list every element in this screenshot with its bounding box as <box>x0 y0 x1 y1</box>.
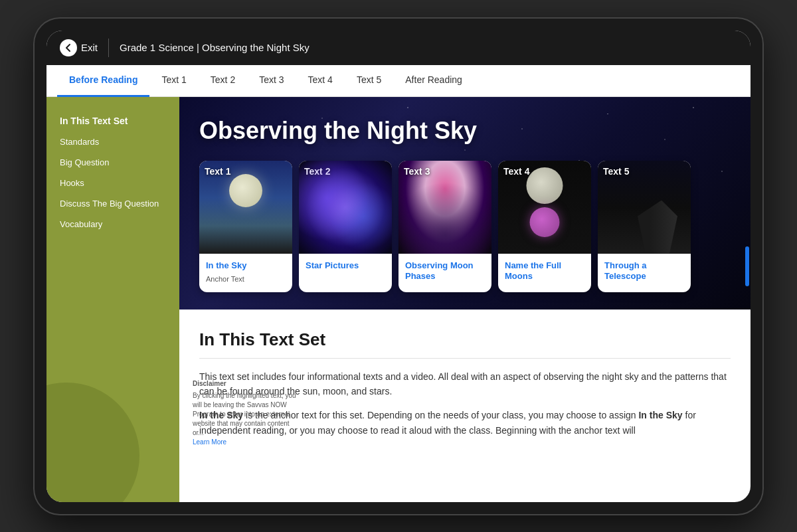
card5-info: Through a Telescope <box>598 254 691 292</box>
text-card-4[interactable]: Text 4 Name the Full Moons <box>498 161 591 293</box>
card2-info: Star Pictures <box>299 254 392 281</box>
card2-link[interactable]: Star Pictures <box>306 260 385 272</box>
hero-title: Observing the Night Sky <box>199 117 731 145</box>
nav-tabs: Before Reading Text 1 Text 2 Text 3 Text… <box>46 65 751 97</box>
card5-link[interactable]: Through a Telescope <box>604 260 684 283</box>
card2-image: Text 2 <box>299 161 392 254</box>
card5-label: Text 5 <box>603 166 629 177</box>
card3-image: Text 3 <box>398 161 491 254</box>
card4-label: Text 4 <box>503 166 529 177</box>
body-p2-middle: is the anchor text for this set. Dependi… <box>243 410 638 420</box>
card1-label: Text 1 <box>205 166 230 177</box>
sidebar-item-big-question[interactable]: Big Question <box>46 152 179 173</box>
card3-info: Observing Moon Phases <box>398 254 491 292</box>
exit-button[interactable]: Exit <box>60 39 98 56</box>
card4-image: Text 4 <box>498 161 591 254</box>
sidebar-item-discuss-big-question[interactable]: Discuss The Big Question <box>46 193 179 214</box>
card3-link[interactable]: Observing Moon Phases <box>405 260 485 283</box>
back-arrow-icon <box>60 39 77 56</box>
card2-label: Text 2 <box>304 166 330 177</box>
main-area: In This Text Set Standards Big Question … <box>46 97 751 502</box>
text-card-5[interactable]: Text 5 Through a Telescope <box>598 161 691 293</box>
section-divider <box>199 358 731 359</box>
content-area: Observing the Night Sky Text 1 In the Sk… <box>179 97 751 502</box>
body-content: In This Text Set This text set includes … <box>179 310 751 461</box>
card5-image: Text 5 <box>598 161 691 254</box>
sidebar-item-hooks[interactable]: Hooks <box>46 173 179 193</box>
top-bar: Exit Grade 1 Science | Observing the Nig… <box>46 31 751 65</box>
card4-link[interactable]: Name the Full Moons <box>505 260 584 283</box>
disclaimer-learn-more[interactable]: Learn More <box>193 438 226 446</box>
exit-label: Exit <box>81 42 98 53</box>
tab-after-reading[interactable]: After Reading <box>393 65 474 97</box>
card1-sub: Anchor Text <box>206 275 244 283</box>
disclaimer-title: Disclaimer <box>193 379 299 389</box>
text-card-1[interactable]: Text 1 In the Sky Anchor Text <box>199 161 292 293</box>
card4-info: Name the Full Moons <box>498 254 591 292</box>
tablet-frame: Exit Grade 1 Science | Observing the Nig… <box>33 17 764 515</box>
tab-before-reading[interactable]: Before Reading <box>57 65 149 97</box>
text-cards-container: Text 1 In the Sky Anchor Text Text 2 <box>199 161 731 293</box>
text-card-2[interactable]: Text 2 Star Pictures <box>299 161 392 293</box>
tab-text5[interactable]: Text 5 <box>345 65 393 97</box>
tab-text2[interactable]: Text 2 <box>199 65 247 97</box>
body-p2-bold2: In the Sky <box>638 410 682 420</box>
sidebar-decoration <box>46 383 139 502</box>
sidebar-menu: In This Text Set Standards Big Question … <box>46 110 179 234</box>
sidebar: In This Text Set Standards Big Question … <box>46 97 179 502</box>
disclaimer-text: By clicking the highlighted text, you wi… <box>193 391 299 438</box>
tab-text1[interactable]: Text 1 <box>149 65 198 97</box>
disclaimer: Disclaimer By clicking the highlighted t… <box>193 379 299 447</box>
tab-text3[interactable]: Text 3 <box>247 65 296 97</box>
scroll-indicator <box>745 246 749 286</box>
card3-label: Text 3 <box>404 166 430 177</box>
sidebar-item-standards[interactable]: Standards <box>46 132 179 152</box>
breadcrumb: Grade 1 Science | Observing the Night Sk… <box>120 42 310 53</box>
text-card-3[interactable]: Text 3 Observing Moon Phases <box>398 161 491 293</box>
card1-link[interactable]: In the Sky <box>206 260 286 272</box>
top-bar-divider <box>108 39 109 57</box>
tab-text4[interactable]: Text 4 <box>296 65 345 97</box>
card1-image: Text 1 <box>199 161 292 254</box>
section-title: In This Text Set <box>199 329 731 350</box>
sidebar-item-vocabulary[interactable]: Vocabulary <box>46 214 179 234</box>
tablet-screen: Exit Grade 1 Science | Observing the Nig… <box>46 31 751 502</box>
card1-info: In the Sky Anchor Text <box>199 254 292 293</box>
sidebar-item-in-this-text-set[interactable]: In This Text Set <box>46 110 179 132</box>
hero-section: Observing the Night Sky Text 1 In the Sk… <box>179 97 751 310</box>
